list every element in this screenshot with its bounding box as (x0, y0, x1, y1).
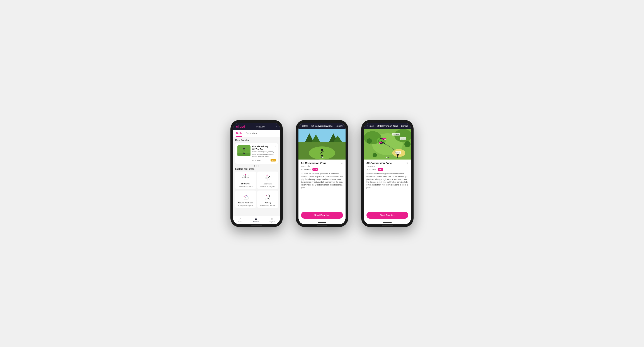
nav-capture[interactable]: ⊕ Capture (270, 217, 275, 223)
image-dots-3 (386, 157, 389, 158)
skill-desc-approach: Dial-in to hit the green (260, 186, 275, 187)
shots-count: ⏱ 20 shots (301, 168, 311, 171)
svg-point-24 (269, 176, 270, 177)
drill-description: 20 shots are randomly generated at dista… (301, 172, 343, 189)
nav-home[interactable]: ⌂ Home (238, 217, 242, 223)
image-dots (321, 157, 324, 158)
cancel-button-3[interactable]: Cancel (401, 125, 408, 127)
svg-text:ROUGH: ROUGH (401, 138, 406, 140)
drill-detail-content-3: Miss Hit FAIRWAY ROUGH SAND (364, 129, 411, 210)
back-button-3[interactable]: < Back (367, 125, 374, 127)
phone-2: < Back 6ft Conversion Zone Cancel (296, 120, 348, 227)
drill-description: Create an imaginary fairway using trees … (252, 151, 276, 158)
svg-point-55 (372, 153, 377, 157)
skill-name-ott: Off The Tee (241, 183, 250, 185)
drill-badge-ott: OTT (270, 159, 276, 162)
drill-info: 6ft Conversion Zone ☆ 10-50 yds ⏱ 20 sho… (298, 160, 346, 210)
drill-card-body: Find The Fairway Off The Tee Create an i… (252, 145, 276, 162)
shots-row: ⏱ 20 shots ARG (301, 168, 343, 171)
phone-3-header: < Back 6ft Conversion Zone Cancel (364, 123, 411, 129)
tab-favourites[interactable]: Favourites (246, 130, 257, 137)
svg-point-15 (243, 175, 243, 175)
phone-2-title: 6ft Conversion Zone (312, 125, 333, 127)
svg-point-56 (396, 154, 399, 156)
dot-3 (258, 165, 259, 167)
phones-container: clippd Practice ≡ Drills Favourites Most… (230, 120, 414, 227)
drill-title: Find The Fairway (252, 145, 276, 148)
start-practice-area-3: Start Practice (364, 210, 411, 221)
most-popular-title: Most Popular (235, 139, 278, 141)
drill-description-3: 20 shots are randomly generated at dista… (366, 172, 408, 189)
phone-2-header: < Back 6ft Conversion Zone Cancel (298, 123, 346, 129)
drill-badge-3: ARG (378, 168, 384, 171)
phone-1: clippd Practice ≡ Drills Favourites Most… (230, 120, 283, 227)
phone-2-screen: < Back 6ft Conversion Zone Cancel (298, 123, 346, 224)
drill-name-row: 6ft Conversion Zone ☆ (301, 162, 343, 165)
home-bar (298, 221, 346, 224)
activities-icon: ♻ (254, 217, 257, 221)
carousel-dots (235, 165, 278, 167)
svg-point-18 (248, 177, 249, 178)
skill-around-green[interactable]: Around The Green Hone your short game (235, 191, 256, 208)
nav-capture-label: Capture (270, 221, 275, 223)
drill-footer: ⏱ 10 shots OTT (252, 159, 276, 162)
featured-drill-card[interactable]: Find The Fairway Off The Tee Create an i… (235, 143, 278, 164)
svg-point-54 (404, 141, 410, 147)
start-practice-button[interactable]: Start Practice (301, 212, 343, 219)
dot-1 (254, 165, 255, 167)
bottom-nav: ⌂ Home ♻ Activities ⊕ Capture (233, 216, 280, 224)
nav-activities-label: Activities (253, 221, 259, 223)
svg-rect-1 (238, 153, 250, 156)
skill-desc-ott: Power and accuracy (239, 186, 252, 187)
off-tee-icon (241, 173, 250, 182)
menu-icon[interactable]: ≡ (276, 125, 277, 128)
capture-icon: ⊕ (271, 217, 274, 221)
drill-subtitle: Off The Tee (252, 148, 276, 151)
phone-3: < Back 6ft Conversion Zone Cancel (361, 120, 414, 227)
svg-text:FAIRWAY: FAIRWAY (393, 134, 399, 135)
nav-activities[interactable]: ♻ Activities (253, 217, 259, 223)
skill-putting[interactable]: Putting Make and lag practice (257, 191, 278, 208)
drill-name-row-3: 6ft Conversion Zone ☆ (366, 162, 408, 165)
cancel-button[interactable]: Cancel (336, 125, 342, 127)
skill-off-tee[interactable]: Off The Tee Power and accuracy (235, 172, 256, 189)
skill-approach[interactable]: Approach Dial-in to hit the green (257, 172, 278, 189)
around-green-icon (241, 192, 250, 201)
back-button[interactable]: < Back (302, 125, 308, 127)
svg-point-41 (321, 149, 323, 151)
drill-star[interactable]: ☆ (274, 145, 276, 147)
header-title: Practice (256, 125, 265, 128)
approach-icon (263, 173, 272, 182)
drill-photo (298, 129, 346, 160)
skill-desc-atg: Hone your short game (238, 205, 253, 206)
phone-3-screen: < Back 6ft Conversion Zone Cancel (364, 123, 411, 224)
drill-name-text: 6ft Conversion Zone (301, 162, 326, 165)
explore-title: Explore skill areas (235, 168, 278, 170)
nav-home-label: Home (238, 221, 242, 223)
app-logo: clippd (236, 125, 245, 128)
practice-content: Most Popular (233, 137, 280, 216)
dot-2 (256, 165, 257, 167)
svg-point-16 (248, 175, 248, 175)
svg-point-14 (245, 174, 246, 175)
drill-star-3[interactable]: ☆ (406, 162, 408, 165)
tab-drills[interactable]: Drills (236, 130, 242, 137)
drill-star[interactable]: ☆ (341, 162, 343, 165)
phone-3-title: 6ft Conversion Zone (377, 125, 398, 127)
skill-name-approach: Approach (264, 183, 272, 185)
drill-badge: ARG (312, 168, 318, 171)
phone-1-header: clippd Practice ≡ (233, 123, 280, 130)
drill-image (238, 145, 250, 156)
shots-row-3: ⏱ 20 shots ARG (366, 168, 408, 171)
shots-count-3: ⏱ 20 shots (366, 168, 376, 171)
drill-name-text-3: 6ft Conversion Zone (366, 162, 392, 165)
start-practice-button-3[interactable]: Start Practice (366, 212, 408, 219)
skills-grid: Off The Tee Power and accuracy (235, 172, 278, 208)
drill-yardage: 10-50 yds (301, 165, 343, 167)
svg-point-22 (267, 175, 268, 175)
drill-info-3: 6ft Conversion Zone ☆ 10-50 yds ⏱ 20 sho… (364, 160, 411, 210)
start-practice-area: Start Practice (298, 210, 346, 221)
skill-desc-putting: Make and lag practice (260, 205, 275, 206)
drill-map: Miss Hit FAIRWAY ROUGH SAND (364, 129, 411, 160)
tabs-bar: Drills Favourites (233, 130, 280, 137)
